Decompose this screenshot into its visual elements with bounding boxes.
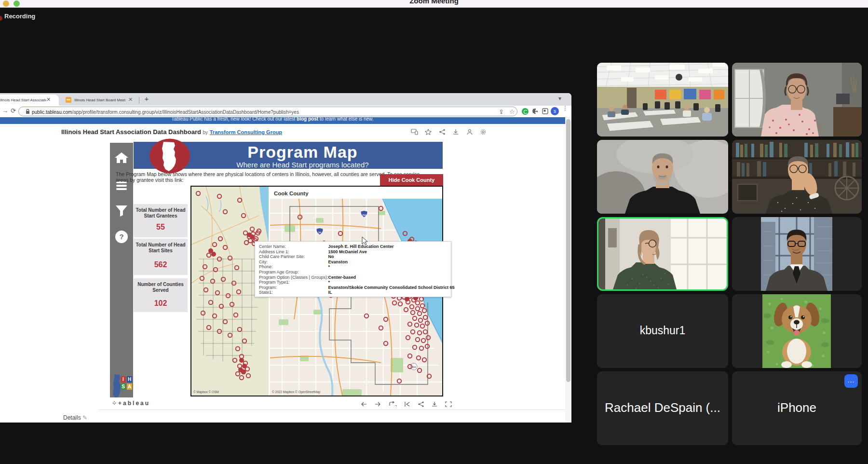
- man-suit-city-video: [761, 217, 832, 291]
- svg-text:S: S: [122, 384, 125, 389]
- video-tile-active-speaker[interactable]: [597, 217, 728, 291]
- participant-name: iPhone: [732, 400, 862, 415]
- dog-photo: [762, 294, 831, 368]
- tableau-notification-banner: Tableau Public has a fresh, new look! Ch…: [0, 117, 571, 124]
- tooltip-row: Address Line 1:1500 McDaniel Ave: [259, 249, 454, 255]
- tab-illinois-head-start-association[interactable]: Illinois Head Start Association ✕: [0, 95, 59, 106]
- woman-green-sweater-video: [598, 218, 727, 289]
- tooltip-row: Child Care Partner Site:No: [259, 254, 454, 259]
- tab-groups-icon[interactable]: [542, 108, 548, 114]
- blog-post-link[interactable]: blog post: [297, 117, 318, 122]
- tab2-close-icon[interactable]: ✕: [128, 96, 133, 103]
- video-tile-woman-pink[interactable]: [732, 63, 862, 136]
- woman-pink-floral-video: [732, 63, 862, 136]
- tab-divider: [139, 97, 139, 104]
- device-preview-icon[interactable]: [411, 129, 418, 135]
- browser-scrollbar[interactable]: [565, 117, 571, 423]
- cook-county-map[interactable]: 294 94 394 © 2022 Mapbox © OpenStreetMap: [270, 199, 442, 396]
- map-marker-cluster[interactable]: [405, 297, 409, 301]
- tooltip-row: City:Evanston: [259, 259, 454, 265]
- video-tile-dog[interactable]: [732, 294, 862, 368]
- tooltip-row: Program Type1:*: [259, 280, 454, 285]
- stat-counties: Number of Counties Served 102: [134, 278, 188, 312]
- reload-icon[interactable]: ⟳: [11, 107, 16, 114]
- tableau-footer: ⁘+ableau: [98, 397, 566, 410]
- video-tile-woman-bookshelf[interactable]: [732, 140, 862, 214]
- notification-text: Tableau Public has a fresh, new look! Ch…: [0, 117, 545, 122]
- browser-tab-strip: Illinois Head Start Association ✕ Illino…: [0, 93, 571, 106]
- map-marker-cluster[interactable]: [242, 364, 247, 368]
- share-page-icon[interactable]: ⇪: [499, 108, 504, 115]
- lock-icon: [26, 109, 30, 114]
- svg-text:394: 394: [412, 366, 416, 368]
- download-icon[interactable]: [452, 129, 459, 135]
- redo-icon[interactable]: [374, 401, 381, 407]
- stat-grantees: Total Number of Head Start Grantees 55: [134, 204, 188, 237]
- extensions-puzzle-icon[interactable]: [532, 108, 538, 114]
- viz-title: Illinois Head Start Association Data Das…: [61, 128, 282, 136]
- extension-green-icon[interactable]: [522, 108, 529, 115]
- download-icon-footer[interactable]: [431, 401, 438, 407]
- author-link[interactable]: Transform Consulting Group: [210, 129, 282, 135]
- video-tile-rachael[interactable]: Rachael DeSpain (...: [597, 371, 728, 445]
- profile-avatar[interactable]: s: [551, 107, 559, 115]
- url-bar[interactable]: public.tableau.com/app/profile/transform…: [18, 107, 517, 116]
- map-marker-cluster[interactable]: [211, 252, 216, 257]
- tooltip-row: Center Name:Joseph E. Hill Education Cen…: [259, 244, 454, 249]
- cook-county-label: Cook County: [274, 191, 309, 196]
- stat-sites-value: 562: [134, 260, 188, 269]
- tab2-favicon-icon: [66, 97, 71, 103]
- tab-illinois-head-start-board-meeting[interactable]: Illinois Head Start Board Meeti ✕: [62, 95, 137, 106]
- participant-name: Rachael DeSpain (...: [597, 400, 728, 415]
- tableau-logo[interactable]: ⁘+ableau: [112, 400, 150, 407]
- stat-counties-value: 102: [134, 299, 188, 308]
- map-marker-cluster[interactable]: [241, 369, 246, 374]
- bookmark-star-icon[interactable]: ☆: [509, 108, 515, 115]
- svg-text:© 2022 Mapbox © OpenStreetMap: © 2022 Mapbox © OpenStreetMap: [272, 390, 321, 394]
- new-tab-button[interactable]: +: [142, 94, 151, 104]
- video-tile-man-beard[interactable]: [597, 140, 728, 214]
- url-text: public.tableau.com/app/profile/transform…: [32, 109, 299, 115]
- undo-icon[interactable]: [361, 401, 367, 407]
- svg-text:A: A: [128, 384, 131, 389]
- help-icon[interactable]: ?: [115, 231, 128, 243]
- favorite-star-icon[interactable]: [425, 129, 432, 135]
- share-icon[interactable]: [439, 129, 446, 135]
- stat-grantees-label: Total Number of Head Start Grantees: [134, 204, 188, 219]
- share-icon-footer[interactable]: [418, 401, 424, 407]
- recording-dot-icon: [0, 16, 2, 21]
- revert-icon[interactable]: [404, 401, 410, 407]
- replay-icon[interactable]: [388, 401, 397, 407]
- scrollbar-thumb[interactable]: [566, 119, 570, 382]
- browser-menu-icon[interactable]: ⋮: [562, 107, 565, 109]
- settings-gear-icon[interactable]: [480, 129, 487, 135]
- filter-icon[interactable]: [110, 205, 133, 217]
- profile-icon[interactable]: [466, 129, 473, 135]
- stat-sites: Total Number of Head Start Sites 562: [134, 239, 188, 275]
- video-tile-iphone[interactable]: iPhone ...: [732, 371, 862, 445]
- map-marker-cluster[interactable]: [250, 234, 255, 239]
- video-tile-man-suit[interactable]: [732, 217, 862, 291]
- program-map-title: Program Map: [148, 143, 457, 162]
- state-map-attribution: © Mapbox © OSM: [193, 390, 219, 394]
- hide-cook-county-button[interactable]: Hide Cook County: [380, 174, 443, 186]
- video-tile-kbushur1[interactable]: kbushur1: [597, 294, 728, 368]
- home-icon[interactable]: [110, 151, 133, 164]
- illinois-logo: [147, 138, 193, 174]
- fullscreen-icon[interactable]: [445, 401, 452, 407]
- details-label[interactable]: Details ✎: [63, 414, 87, 421]
- tooltip-row: Phone:*: [259, 264, 454, 270]
- stat-counties-label: Number of Counties Served: [134, 278, 188, 293]
- recording-label: Recording: [4, 13, 35, 20]
- viz-header-icons: [411, 128, 491, 137]
- forward-icon[interactable]: →: [2, 107, 8, 114]
- tab-search-chevron-icon[interactable]: ▾: [558, 95, 561, 102]
- map-marker-cluster[interactable]: [239, 358, 244, 363]
- tab1-close-icon[interactable]: ✕: [46, 96, 51, 103]
- man-beard-video: [597, 140, 728, 214]
- tile-more-options-button[interactable]: ...: [844, 374, 858, 388]
- tooltip-row: State1:IL: [259, 290, 454, 295]
- video-tile-conference-room[interactable]: [597, 63, 728, 136]
- window-title: Zoom Meeting: [0, 0, 868, 5]
- browser-toolbar: → ⟳ public.tableau.com/app/profile/trans…: [0, 106, 571, 117]
